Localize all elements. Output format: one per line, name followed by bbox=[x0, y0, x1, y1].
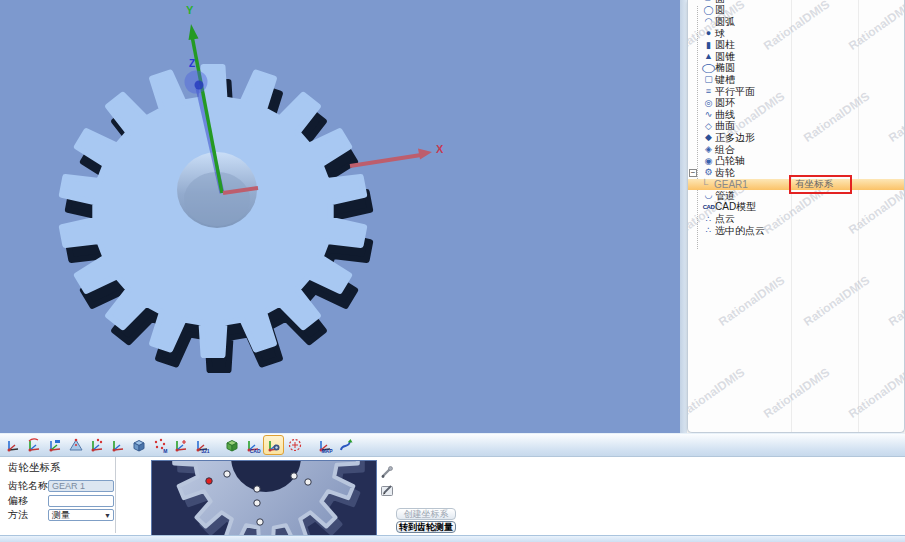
bend-arrow-icon[interactable] bbox=[335, 435, 356, 455]
plane-icon: ▱ bbox=[702, 0, 715, 3]
map-alignment-icon[interactable]: MAP bbox=[314, 435, 335, 455]
expander-minus-icon[interactable]: − bbox=[689, 169, 697, 177]
cube-align-icon[interactable] bbox=[128, 435, 149, 455]
watermark-text: RationalDMIS bbox=[801, 273, 872, 329]
viewport-sidebar-splitter[interactable] bbox=[680, 0, 687, 433]
arc-icon: ◠ bbox=[702, 17, 715, 26]
gear-name-input[interactable] bbox=[48, 480, 114, 492]
svg-text:CAD: CAD bbox=[249, 448, 260, 454]
preview-white-point bbox=[257, 519, 263, 525]
method-label: 方法 bbox=[8, 508, 48, 522]
slot-icon: ▢ bbox=[702, 75, 715, 84]
watermark-text: RationalDMIS bbox=[687, 365, 747, 421]
tree-item-label: 选中的点云 bbox=[715, 224, 765, 238]
curve-icon: ∿ bbox=[702, 110, 715, 119]
cone-icon: ▲ bbox=[702, 52, 715, 61]
surface-icon: ◇ bbox=[702, 122, 715, 131]
measure-points-icon[interactable]: M bbox=[149, 435, 170, 455]
rotate-axes-icon[interactable] bbox=[23, 435, 44, 455]
z-axis-dot bbox=[195, 81, 204, 90]
watermark-text: RationalDMIS bbox=[716, 273, 787, 329]
gear-name-label: 齿轮名称 bbox=[8, 479, 48, 493]
alignment-321-icon[interactable]: 321 bbox=[191, 435, 212, 455]
pipe-icon: ◡ bbox=[702, 191, 715, 200]
preview-white-point bbox=[254, 500, 260, 506]
feature-tree-sidebar: RationalDMISRationalDMISRationalDMISRati… bbox=[687, 0, 905, 433]
gear-coordinate-panel: 齿轮坐标系 齿轮名称 偏移 方法 测量 ▼ bbox=[0, 457, 905, 535]
sphere-icon: ● bbox=[702, 29, 715, 38]
x-axis-arrow bbox=[418, 149, 432, 160]
3d-viewport[interactable]: Y Z X bbox=[0, 0, 680, 433]
green-block-icon[interactable] bbox=[221, 435, 242, 455]
preview-white-point bbox=[254, 486, 260, 492]
has-coordinate-annotation: 有坐标系 bbox=[789, 175, 852, 194]
svg-text:MAP: MAP bbox=[321, 448, 333, 454]
z-axis-label: Z bbox=[189, 58, 195, 69]
pointcloud-icon: ∴ bbox=[702, 215, 715, 224]
preview-white-point bbox=[224, 471, 230, 477]
offset-input[interactable] bbox=[48, 495, 114, 507]
selected-pointcloud-icon: ∴ bbox=[702, 226, 715, 235]
cad-alignment-icon[interactable]: CAD bbox=[242, 435, 263, 455]
gear-preview-image bbox=[151, 460, 377, 536]
edit-icon[interactable] bbox=[380, 483, 394, 497]
tree-branch-line: └ bbox=[701, 179, 708, 190]
x-axis-line-far bbox=[350, 155, 421, 166]
watermark-text: RationalDMIS bbox=[886, 273, 905, 329]
goto-gear-measure-button[interactable]: 转到齿轮测量 bbox=[396, 521, 456, 533]
svg-text:M: M bbox=[163, 448, 167, 454]
gear-icon: ⚙ bbox=[702, 168, 715, 177]
chevron-down-icon: ▼ bbox=[104, 512, 111, 519]
torus-icon: ◎ bbox=[702, 99, 715, 108]
offset-label: 偏移 bbox=[8, 494, 48, 508]
y-axis-arrow bbox=[189, 24, 199, 40]
method-select-value: 测量 bbox=[52, 509, 70, 522]
bestfit-points-icon[interactable] bbox=[284, 435, 305, 455]
cad-icon: CAD bbox=[702, 203, 715, 212]
y-axis-label: Y bbox=[186, 4, 194, 16]
create-coordinate-button[interactable]: 创建坐标系 bbox=[396, 508, 456, 520]
group-icon: ◈ bbox=[702, 145, 715, 154]
probe-icon[interactable] bbox=[380, 465, 394, 479]
x-axis-label: X bbox=[436, 143, 444, 155]
feature-tree: ▱面◯圆◠圆弧●球▮圆柱▲圆锥◯椭圆▢键槽≡平行平面◎圆环∿曲线◇曲面◆正多边形… bbox=[688, 0, 904, 236]
point-axes-icon[interactable] bbox=[86, 435, 107, 455]
gear-3d-scene: Y Z X bbox=[0, 0, 680, 433]
parallel-planes-icon: ≡ bbox=[702, 87, 715, 96]
preview-red-point bbox=[206, 478, 212, 484]
camshaft-icon: ◉ bbox=[702, 157, 715, 166]
polygon-icon: ◆ bbox=[702, 133, 715, 142]
machine-axes-icon[interactable] bbox=[2, 435, 23, 455]
panel-title: 齿轮坐标系 bbox=[8, 461, 61, 475]
watermark-text: RationalDMIS bbox=[846, 365, 905, 421]
gear-coordinate-icon[interactable] bbox=[263, 435, 284, 455]
rgb-axes-icon[interactable] bbox=[107, 435, 128, 455]
status-bar bbox=[0, 535, 905, 542]
ellipse-icon: ◯ bbox=[699, 64, 717, 73]
coordinate-toolbar: M321CADMAP bbox=[0, 433, 905, 457]
translate-axes-icon[interactable] bbox=[44, 435, 65, 455]
svg-text:321: 321 bbox=[201, 448, 210, 454]
panel-divider bbox=[115, 457, 116, 533]
level-plane-icon[interactable] bbox=[65, 435, 86, 455]
tree-item-selected-pointcloud[interactable]: ∴选中的点云 bbox=[688, 225, 904, 237]
preview-white-point bbox=[291, 473, 297, 479]
preview-white-point bbox=[305, 479, 311, 485]
offset-axes-icon[interactable] bbox=[170, 435, 191, 455]
circle-icon: ◯ bbox=[702, 6, 715, 15]
cylinder-icon: ▮ bbox=[702, 41, 715, 50]
watermark-text: RationalDMIS bbox=[761, 365, 832, 421]
method-select[interactable]: 测量 ▼ bbox=[48, 509, 114, 521]
